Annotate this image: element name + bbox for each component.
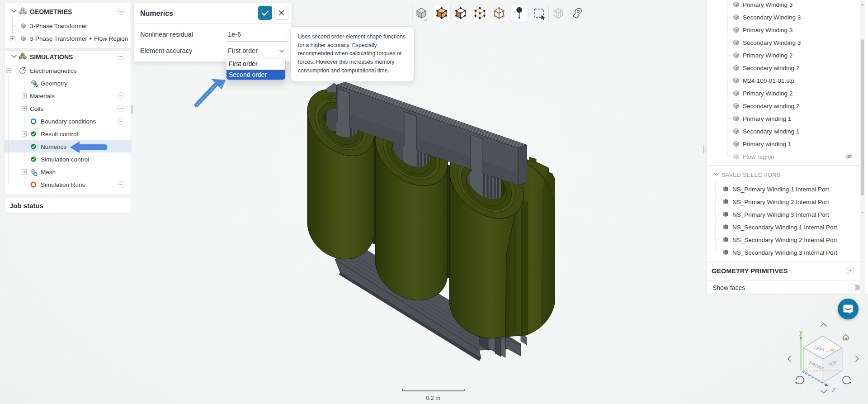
svg-text:Z: Z: [832, 386, 836, 394]
svg-text:y: y: [799, 328, 803, 336]
svg-text:0.2 m: 0.2 m: [426, 395, 440, 401]
